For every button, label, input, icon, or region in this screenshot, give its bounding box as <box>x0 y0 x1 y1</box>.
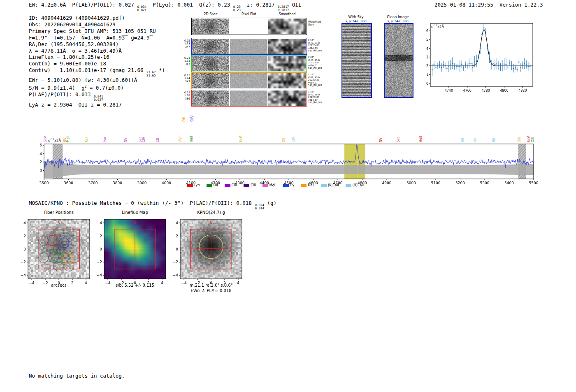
cutout-right-value: 1.35" <box>308 90 328 93</box>
clean-image <box>384 23 413 98</box>
zoom-spectrum-canvas <box>423 20 537 95</box>
cutout-right-value: v014_07 <box>308 99 328 102</box>
cutout-row-right-labels: 0.87"(646, 930)20220620v014_01513_RU_102 <box>308 56 328 70</box>
info-line: F=1.9" T=0.157 N̅=1.06 A=0.9̅3̅ g=24.9̅ <box>29 35 165 41</box>
cutout-right-value: (646, 930) <box>308 59 328 62</box>
info-line: EWr = 5.10(±0.80) (w: 4.30(±0.60))Å <box>29 77 165 84</box>
frac-lower: 0.2817 <box>278 9 289 12</box>
cutout-left-value: 1.31 <box>176 59 190 62</box>
legend-swatch <box>262 184 268 187</box>
stacked-fraction: 0.28170.2817 <box>278 5 289 12</box>
footer-line-1: No matching targets in catalog. <box>29 373 125 379</box>
legend-swatch <box>225 184 230 187</box>
info-line: Obs: 20220620v014_4090441629 <box>29 21 165 28</box>
cutout-row-right-labels: 1.35"(647, 764)20220620v014_07513_RU_083 <box>308 90 328 104</box>
legend-item: CIII <box>244 183 256 187</box>
cutout-left-value: 366 <box>176 97 190 100</box>
cutout-right-value: 513_RU_083 <box>308 101 328 104</box>
cutout-right-value: 513_RU_102 <box>308 49 328 52</box>
legend-label: OII <box>214 183 218 187</box>
frac-lower: 0.23 <box>233 9 241 12</box>
cutout-row-left-labels: 0.251.33347 <box>176 39 190 48</box>
cutout-left-value: 0.21 <box>176 56 190 59</box>
cutout-left-value: 1.69 <box>176 94 190 97</box>
legend-label: HeII <box>308 183 314 187</box>
cutout-right-value: (647, 930) <box>308 76 328 79</box>
main-ylabel: e-17x2Å <box>48 138 61 143</box>
fiber-positions-title: Fiber Positions <box>44 210 74 215</box>
info-line: Primary Spec_Slot_IFU_AMP: 513_105_051_R… <box>29 28 165 35</box>
kpno-image-canvas <box>171 216 252 286</box>
legend-label: CIII <box>251 183 256 187</box>
cutout-right-value: v014_01 <box>308 64 328 67</box>
with-sky-image <box>341 23 372 98</box>
cutout-row-border <box>191 90 307 107</box>
stacked-fraction: 0.230.23 <box>233 5 241 12</box>
weighted-sum-label: Weighted Sum <box>308 21 323 27</box>
cutout-col-header-pixelflat: Pixel Flat <box>242 12 256 16</box>
cutout-right-value: 1.19" <box>308 73 328 76</box>
zoom-ylabel-rest: x2Å <box>437 25 444 29</box>
legend-item: (K)CaII <box>321 183 339 187</box>
cutout-left-value: 0.12 <box>176 91 190 94</box>
cutout-row-border <box>191 55 307 72</box>
cutout-row-right-labels: 1.19"(647, 930)20220620v014_07513_RU_102 <box>308 73 328 87</box>
cutout-row-border <box>191 38 307 55</box>
cutout-right-value: (647, 930) <box>308 42 328 44</box>
cutout-left-value: 0.25 <box>176 39 190 42</box>
detection-info-block: ID: 4090441629 (4090441629.pdf)Obs: 2022… <box>29 15 165 108</box>
cutout-right-value: 513_RU_102 <box>308 67 328 70</box>
info-line: λ = 4778.11Å σ = 3.46(±0.49)Å <box>29 48 165 54</box>
cutout-left-value: 347 <box>176 63 190 65</box>
cutout-row-left-labels: 0.211.31347 <box>176 56 190 65</box>
info-line: Cont(w) = 1.10(±0.01)e-17 (gmag 21.66 21… <box>29 67 165 77</box>
main-ylabel-exp: -17 <box>50 138 54 141</box>
frac-lower: 0.021 <box>137 9 146 12</box>
cutout-right-value: 20220620 <box>308 61 328 64</box>
footer-note: No matching targets in catalog. Row inte… <box>29 360 125 392</box>
legend-label: (K)CaII <box>328 183 339 187</box>
info-line: ID: 4090441629 (4090441629.pdf) <box>29 15 165 21</box>
cutout-right-value: 20220620 <box>308 44 328 47</box>
legend-item: Hγ <box>283 183 295 187</box>
cutout-left-value: 1.14 <box>176 77 190 79</box>
legend-swatch <box>346 184 351 187</box>
cutout-row-border <box>191 72 307 89</box>
with-sky-subtitle: x, y: 647, 930 <box>345 19 366 23</box>
kpno-xlabel: m:21.1 re:2.0" s:0.6" <box>190 283 233 288</box>
cutout-row-border <box>191 18 307 35</box>
cutout-left-value: 347 <box>176 45 190 48</box>
cutout-row-left-labels: 0.131.14347 <box>176 74 190 83</box>
cutout-left-value: 0.13 <box>176 74 190 77</box>
stacked-fraction: 0.0340.021 <box>137 5 146 12</box>
cutout-col-header-smoothed: Smoothed <box>279 12 296 16</box>
legend-swatch <box>301 184 307 187</box>
legend-label: MgII <box>269 183 276 187</box>
legend-label: Lyα <box>194 183 200 187</box>
cutout-right-value: 513_RU_102 <box>308 84 328 87</box>
zoom-ylabel: e-17x2Å <box>431 24 444 29</box>
cutout-right-value: 0.53" <box>308 39 328 42</box>
legend-item: OII <box>207 183 218 187</box>
stacked-fraction: 0.0240.014 <box>255 204 264 210</box>
legend-swatch <box>244 184 249 187</box>
info-line: LineFlux = 1.80(±0.25)e-16 <box>29 54 165 60</box>
stacked-fraction: 0.0410.027 <box>94 95 103 101</box>
main-ylabel-rest: x2Å <box>54 139 61 143</box>
legend-label: Hγ <box>290 183 295 187</box>
clean-image-subtitle: x, y: 647, 930 <box>387 19 408 23</box>
cutout-right-value: v014_03 <box>308 47 328 50</box>
cutout-row-right-labels: 0.53"(647, 930)20220620v014_03513_RU_102 <box>308 39 328 52</box>
legend-swatch <box>321 184 327 187</box>
legend-item: (H)CaII <box>346 183 364 187</box>
spectral-line-legend: LyαOIICIVCIIIMgIIHγHeII(K)CaII(H)CaII <box>187 183 364 187</box>
main-spectrum-canvas <box>35 110 543 191</box>
frac-lower: 21.65 <box>146 74 156 77</box>
info-line: S/N = 9.9(±1.4) χ2 = 0.7(±0.0) <box>29 84 165 91</box>
zoom-ylabel-exp: -17 <box>433 24 437 27</box>
lineflux-map-xlabel: s/b: 5.52 +/- 0.115 <box>116 283 154 288</box>
info-line: LyA z = 2.9304 OII z = 0.2817 <box>29 102 165 108</box>
report-page: { "meta": {"timestamp": "2025-01-08 11:2… <box>0 0 576 392</box>
cutout-left-value: 347 <box>176 80 190 83</box>
frac-lower: 0.014 <box>255 207 264 210</box>
